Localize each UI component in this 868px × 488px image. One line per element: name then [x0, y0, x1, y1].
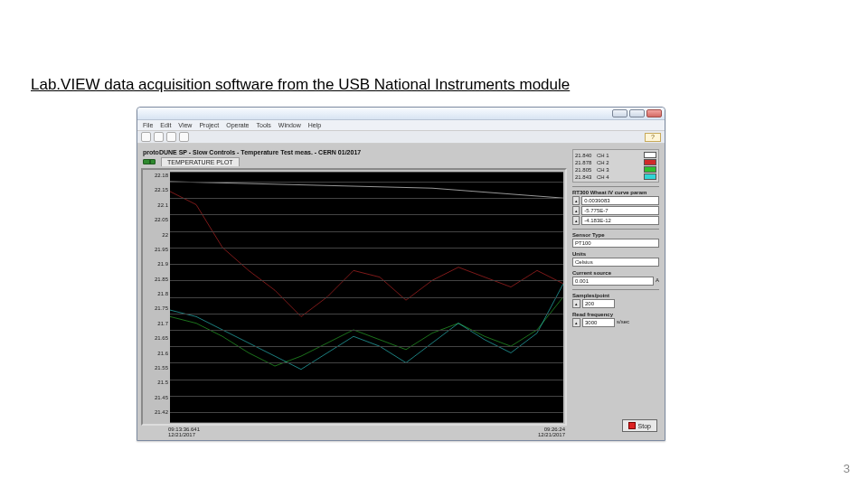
rtd-b-field[interactable]: -5.775E-7 [581, 206, 659, 215]
pause-button[interactable] [179, 132, 189, 142]
legend-row: 21.843CH 4 [575, 174, 656, 180]
tab-strip: TEMPERATURE PLOT [141, 157, 567, 168]
plot-area[interactable] [170, 172, 563, 422]
y-axis: 22.18 22.15 22.1 22.05 22 21.95 21.9 21.… [145, 172, 170, 422]
rtd-c-field[interactable]: -4.183E-12 [581, 216, 659, 225]
page-number: 3 [844, 462, 850, 475]
client-area: protoDUNE SP - Slow Controls - Temperatu… [137, 144, 665, 440]
stop-button[interactable]: Stop [622, 419, 657, 432]
abort-button[interactable] [166, 132, 176, 142]
series-ch1 [170, 182, 563, 198]
legend-swatch[interactable] [644, 174, 656, 180]
current-field[interactable]: 0.001 [572, 277, 654, 286]
y-tick: 21.95 [145, 247, 168, 252]
legend-value: 21.878 [575, 160, 595, 165]
freq-label: Read frequency [572, 312, 659, 317]
y-tick: 21.75 [145, 305, 168, 311]
sensor-label: Sensor Type [572, 232, 659, 238]
freq-field[interactable]: 3000 [582, 318, 615, 327]
sensor-select[interactable]: PT100 [572, 239, 659, 248]
x-tick-left-date: 12/21/2017 [168, 432, 195, 437]
y-tick: 21.5 [145, 380, 168, 385]
context-help-icon[interactable]: ? [645, 133, 661, 142]
close-button[interactable] [646, 109, 662, 117]
menu-operate[interactable]: Operate [226, 122, 249, 128]
legend-name: CH 1 [597, 153, 642, 158]
units-label: Units [572, 251, 659, 257]
menu-file[interactable]: File [143, 122, 153, 128]
legend-row: 21.840CH 1 [575, 152, 656, 158]
spinner-icon[interactable]: ▴ [572, 216, 580, 225]
spinner-icon[interactable]: ▴ [572, 196, 580, 205]
menu-window[interactable]: Window [278, 122, 301, 128]
spinner-icon[interactable]: ▴ [572, 299, 580, 308]
rtd-params-block: RT300 Wheat IV curve param ▴0.0039083 ▴-… [572, 186, 659, 225]
legend-name: CH 4 [597, 174, 642, 180]
units-block: Units Celsius [572, 251, 659, 267]
y-tick: 22.05 [145, 217, 168, 222]
menu-tools[interactable]: Tools [256, 122, 270, 128]
menu-edit[interactable]: Edit [160, 122, 171, 128]
titlebar [137, 108, 665, 120]
run-button[interactable] [141, 132, 151, 142]
legend-swatch[interactable] [644, 152, 656, 158]
legend-name: CH 3 [597, 167, 642, 173]
legend-value: 21.840 [575, 153, 595, 158]
maximize-button[interactable] [629, 109, 645, 117]
legend-row: 21.878CH 2 [575, 159, 656, 165]
toolbar: ? [137, 131, 665, 144]
y-tick: 21.6 [145, 351, 168, 356]
legend-swatch[interactable] [644, 159, 656, 165]
rtd-a-field[interactable]: 0.0039083 [581, 196, 659, 205]
y-tick: 21.42 [145, 409, 168, 415]
current-unit: A [656, 277, 659, 283]
spinner-icon[interactable]: ▴ [572, 318, 580, 327]
slide-title: Lab.VIEW data acquisition software from … [31, 76, 837, 94]
legend-value: 21.805 [575, 167, 595, 173]
samples-field[interactable]: 200 [582, 299, 615, 308]
vi-title: protoDUNE SP - Slow Controls - Temperatu… [141, 147, 567, 157]
menu-project[interactable]: Project [199, 122, 219, 128]
legend-row: 21.805CH 3 [575, 166, 656, 173]
current-block: Current source 0.001A [572, 270, 659, 286]
rtd-label: RT300 Wheat IV curve param [572, 190, 659, 195]
menu-help[interactable]: Help [308, 122, 321, 128]
y-tick: 22 [145, 232, 168, 238]
y-tick: 21.7 [145, 321, 168, 326]
legend-value: 21.843 [575, 174, 595, 180]
units-select[interactable]: Celsius [572, 258, 659, 267]
menubar: File Edit View Project Operate Tools Win… [137, 120, 665, 131]
series-ch3 [170, 297, 563, 367]
samples-block: Samples/point ▴200 [572, 289, 659, 308]
y-tick: 21.8 [145, 291, 168, 296]
y-tick: 21.65 [145, 335, 168, 341]
tab-temperature-plot[interactable]: TEMPERATURE PLOT [161, 157, 240, 166]
legend: 21.840CH 121.878CH 221.805CH 321.843CH 4 [572, 149, 659, 183]
stop-label: Stop [638, 423, 651, 429]
chart-panel: protoDUNE SP - Slow Controls - Temperatu… [141, 147, 567, 436]
y-tick: 22.1 [145, 202, 168, 208]
app-window: File Edit View Project Operate Tools Win… [137, 107, 665, 441]
y-tick: 21.55 [145, 365, 168, 371]
sensor-block: Sensor Type PT100 [572, 229, 659, 248]
stop-bar: Stop [572, 417, 659, 435]
y-tick: 21.85 [145, 277, 168, 282]
x-tick-right-date: 12/21/2017 [538, 432, 565, 437]
freq-block: Read frequency ▴3000s/sec [572, 312, 659, 327]
y-tick: 22.18 [145, 173, 168, 178]
stop-icon [628, 422, 636, 429]
samples-label: Samples/point [572, 293, 659, 298]
minimize-button[interactable] [612, 109, 627, 117]
legend-swatch[interactable] [644, 166, 656, 173]
y-tick: 22.15 [145, 187, 168, 192]
menu-view[interactable]: View [178, 122, 192, 128]
series-ch2 [170, 192, 563, 316]
y-tick: 21.9 [145, 261, 168, 267]
led-icon [149, 159, 151, 164]
tab-running-led[interactable] [143, 159, 156, 164]
plot-frame: 22.18 22.15 22.1 22.05 22 21.95 21.9 21.… [141, 168, 567, 426]
spinner-icon[interactable]: ▴ [572, 206, 580, 215]
side-panel: 21.840CH 121.878CH 221.805CH 321.843CH 4… [571, 147, 661, 436]
run-continuous-button[interactable] [154, 132, 164, 142]
legend-name: CH 2 [597, 160, 642, 165]
